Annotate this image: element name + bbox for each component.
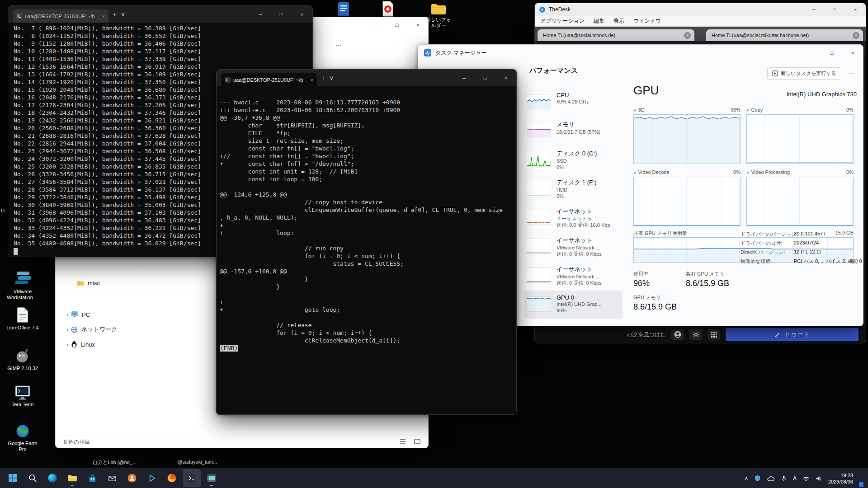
desktop-icon-pdf[interactable] bbox=[374, 1, 401, 17]
close-button[interactable]: × bbox=[407, 17, 428, 33]
sidebar-item-linux[interactable]: › Linux bbox=[57, 338, 142, 351]
desktop-icon-label: Google Earth Pro bbox=[4, 441, 42, 452]
expander-icon[interactable]: ∨ bbox=[746, 108, 750, 113]
perf-item-disk1[interactable]: ディスク 1 (E:) HDD 0% bbox=[524, 175, 623, 203]
terminal-tab[interactable]: uaa@DESKTOP-251U0UF: ~/b × bbox=[221, 73, 317, 86]
menu-item[interactable]: アプリケーション bbox=[540, 17, 585, 25]
chevron-right-icon[interactable]: › bbox=[64, 341, 71, 348]
tab-close-icon[interactable]: × bbox=[684, 32, 691, 39]
toot-button[interactable]: トゥート bbox=[726, 328, 859, 341]
perf-item-ethernet[interactable]: イーサネット イーサネット 5 送信: 8.0 受信: 16.0 Kbp bbox=[524, 204, 623, 232]
perf-item-ethernet-vmware1[interactable]: イーサネット VMware Network ... 送信: 0 受信: 0 Kb… bbox=[524, 233, 623, 261]
network-wifi-icon[interactable] bbox=[802, 475, 810, 482]
ime-mode-indicator[interactable]: A bbox=[793, 475, 797, 482]
menu-item[interactable]: ウィンドウ bbox=[633, 17, 661, 25]
maximize-button[interactable]: □ bbox=[387, 17, 407, 33]
desktop-icon-gimp[interactable]: GIMP 2.10.32 bbox=[4, 347, 42, 371]
perf-item-ethernet-vmware2[interactable]: イーサネット VMware Network ... 送信: 0 受信: 0 Kb… bbox=[524, 262, 623, 290]
taskbar-clock[interactable]: 19:28 2023/08/06 bbox=[828, 472, 853, 485]
people-app-button[interactable] bbox=[123, 469, 141, 487]
file-explorer-button[interactable] bbox=[63, 469, 81, 487]
thedesk-bottom-bar: バグを見つけた トゥート bbox=[535, 326, 866, 343]
store-button[interactable] bbox=[83, 469, 101, 487]
mail-button[interactable] bbox=[103, 469, 121, 487]
firefox-button[interactable] bbox=[163, 469, 181, 487]
notification-badge[interactable] bbox=[859, 482, 863, 487]
tab-close-icon[interactable]: × bbox=[311, 77, 313, 83]
maximize-button[interactable]: □ bbox=[475, 70, 495, 86]
minimize-button[interactable]: ─ bbox=[250, 6, 271, 23]
minimize-button[interactable]: ─ bbox=[803, 3, 824, 16]
windows-terminal-button[interactable] bbox=[183, 469, 201, 487]
desktop-label-fragment: G bbox=[1, 208, 5, 213]
maximize-button[interactable]: □ bbox=[271, 6, 292, 23]
gpu-heading: GPU bbox=[633, 84, 659, 98]
start-button[interactable] bbox=[4, 469, 22, 487]
onedrive-cloud-icon[interactable] bbox=[767, 475, 774, 482]
tab-close-icon[interactable]: × bbox=[102, 14, 105, 19]
expander-icon[interactable]: ∨ bbox=[633, 170, 637, 175]
timeline-tab[interactable]: Home TL(uaa@social.tchncs.de) × bbox=[538, 29, 694, 41]
terminal-line: } bbox=[220, 283, 516, 291]
perf-item-cpu[interactable]: CPU 60% 4.28 GHz bbox=[524, 88, 623, 116]
bug-report-link[interactable]: バグを見つけた bbox=[627, 331, 666, 338]
gpu-shared-memory-stat: 共有 GPU メモリ 8.6/15.9 GB bbox=[686, 271, 729, 288]
expander-icon[interactable]: ∨ bbox=[746, 170, 750, 175]
chevron-right-icon[interactable]: › bbox=[64, 326, 71, 333]
perf-item-sub: 60% 4.28 GHz bbox=[557, 99, 620, 105]
edge-button[interactable] bbox=[43, 469, 61, 487]
desktop-icon-teraterm[interactable]: Tera Term bbox=[4, 385, 42, 408]
see-more-icon[interactable]: … bbox=[332, 37, 345, 49]
perf-item-memory[interactable]: メモリ 18.0/31.7 GB (57%) bbox=[524, 117, 623, 145]
sidebar-item-pc[interactable]: › PC bbox=[57, 308, 142, 321]
account-button[interactable] bbox=[671, 329, 684, 340]
chevron-right-icon[interactable]: › bbox=[64, 311, 71, 318]
clock-date: 2023/08/06 bbox=[828, 479, 853, 485]
terminal-tab[interactable]: uaa@DESKTOP-251U0UF: ~/b × bbox=[13, 9, 108, 23]
security-shield-icon[interactable] bbox=[754, 475, 761, 482]
close-button[interactable]: × bbox=[495, 70, 516, 86]
gear-icon bbox=[693, 331, 699, 338]
search-button[interactable] bbox=[24, 469, 42, 487]
new-tab-button[interactable]: + bbox=[321, 75, 325, 81]
sidebar-item-misc[interactable]: misc bbox=[57, 276, 142, 290]
tab-close-icon[interactable]: × bbox=[853, 32, 859, 39]
minimize-button[interactable]: ─ bbox=[366, 17, 387, 33]
menu-item[interactable]: 編集 bbox=[594, 17, 604, 25]
window-title: TheDesk bbox=[549, 6, 571, 13]
apps-grid-button[interactable] bbox=[708, 329, 720, 340]
maximize-button[interactable]: □ bbox=[824, 3, 845, 16]
settings-button[interactable] bbox=[689, 329, 702, 340]
hidden-icons-chevron[interactable]: ∧ bbox=[745, 475, 748, 481]
close-button[interactable]: × bbox=[845, 3, 866, 16]
minimize-button[interactable]: ─ bbox=[454, 70, 475, 86]
close-button[interactable]: × bbox=[292, 6, 312, 23]
timeline-tab[interactable]: Home TL(uaa@social.mikutter.hachune.net)… bbox=[706, 29, 863, 41]
menu-item[interactable]: 表示 bbox=[613, 17, 624, 25]
terminal-tab-title: uaa@DESKTOP-251U0UF: ~/b bbox=[25, 14, 99, 19]
desktop-icon-googleearth[interactable]: Google Earth Pro bbox=[4, 423, 42, 452]
perf-item-gpu0[interactable]: GPU 0 Intel(R) UHD Grap... 96% bbox=[524, 291, 623, 319]
view-list-button[interactable] bbox=[397, 437, 408, 446]
microphone-icon[interactable] bbox=[780, 475, 787, 482]
sidebar-item-label: ネットワーク bbox=[81, 325, 118, 333]
perf-item-disk0[interactable]: ディスク 0 (C:) SSD 0% bbox=[524, 146, 623, 174]
person-icon bbox=[674, 331, 681, 338]
perf-item-sub: Intel(R) UHD Grap... bbox=[557, 301, 620, 307]
terminal-line: // copy host to device bbox=[220, 199, 516, 206]
expander-icon[interactable]: ∨ bbox=[633, 108, 637, 113]
desktop-icon-vmware[interactable]: VMware Workstation ... bbox=[4, 269, 42, 300]
desktop-icon-document[interactable] bbox=[330, 2, 357, 17]
new-tab-button[interactable]: + bbox=[113, 11, 117, 18]
volume-icon[interactable] bbox=[816, 475, 822, 482]
terminal-output[interactable]: --- bwocl.c 2023-08-06 09:16:13.77772016… bbox=[217, 86, 516, 414]
media-player-button[interactable] bbox=[143, 469, 161, 487]
linux-penguin-icon bbox=[71, 341, 77, 348]
app-window-button[interactable] bbox=[203, 469, 221, 487]
tab-dropdown-button[interactable]: ∨ bbox=[330, 75, 334, 81]
tab-dropdown-button[interactable]: ∨ bbox=[121, 11, 126, 18]
view-large-icons-button[interactable] bbox=[412, 437, 423, 446]
sidebar-item-network[interactable]: › ネットワーク bbox=[57, 323, 142, 336]
gpu-3d-graph bbox=[633, 114, 741, 164]
desktop-icon-libreoffice[interactable]: LibreOffice 7.4 bbox=[4, 306, 42, 331]
